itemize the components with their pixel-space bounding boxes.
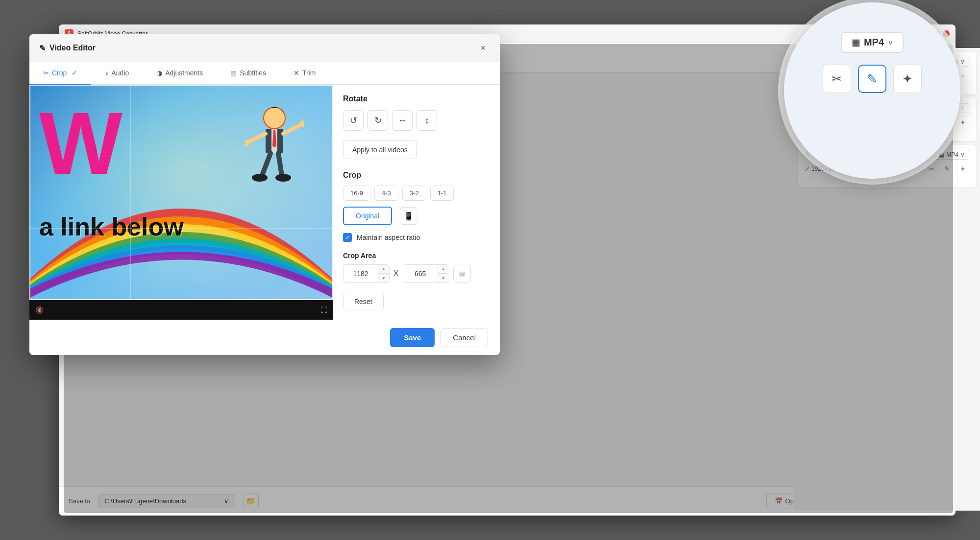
crop-width-spinners: ▲ ▼ xyxy=(378,265,389,282)
crop-tab-label: Crop xyxy=(52,69,67,77)
maintain-ratio-row: ✓ Maintain aspect ratio xyxy=(343,233,490,242)
chevron-icon: ∨ xyxy=(960,58,965,65)
fullscreen-icon[interactable]: ⛶ xyxy=(320,306,327,314)
original-button[interactable]: Original xyxy=(343,207,392,225)
video-background: W a link below xyxy=(29,85,333,300)
crop-height-input[interactable] xyxy=(403,266,438,282)
crop-tab-icon: ✂ xyxy=(43,69,49,77)
flip-vertical-button[interactable]: ↕ xyxy=(416,110,437,131)
apply-to-all-button[interactable]: Apply to all videos xyxy=(343,141,417,159)
crop-height-input-wrap: ▲ ▼ xyxy=(403,264,449,283)
rotate-controls: ↺ ↻ ↔ ↕ xyxy=(343,110,490,131)
mobile-portrait-button[interactable]: 📱 xyxy=(400,207,417,225)
magnifier-circle: ▦ MP4 ∨ ✂ ✎ ✦ xyxy=(784,2,960,179)
audio-tab-icon: ♪ xyxy=(105,69,108,77)
format-chevron-icon: ∨ xyxy=(888,39,893,47)
rotate-left-button[interactable]: ↺ xyxy=(343,110,364,131)
close-button[interactable] xyxy=(943,30,950,37)
edit-pencil-icon: ✎ xyxy=(39,44,46,53)
tab-audio[interactable]: ♪ Audio xyxy=(91,62,143,85)
character-figure xyxy=(245,104,304,183)
wand-action-button[interactable]: ✦ xyxy=(893,65,922,93)
swap-dimensions-button[interactable]: ⊞ xyxy=(453,265,471,282)
film-grid-icon: ▦ xyxy=(852,37,860,48)
modal-footer: Save Cancel xyxy=(29,320,500,355)
wand-button[interactable]: ✦ xyxy=(956,116,969,129)
tab-adjustments[interactable]: ◑ Adjustments xyxy=(143,62,217,85)
svg-line-9 xyxy=(262,153,270,175)
crop-area-title: Crop Area xyxy=(343,252,490,259)
wand-button[interactable]: ✦ xyxy=(956,163,969,175)
crop-width-input[interactable] xyxy=(343,266,378,282)
magnifier-inner: ▦ MP4 ∨ ✂ ✎ ✦ xyxy=(784,2,960,179)
subtitles-tab-label: Subtitles xyxy=(240,69,266,77)
crop-section-title: Crop xyxy=(343,171,490,180)
trim-tab-icon: ✕ xyxy=(294,69,299,77)
cut-action-button[interactable]: ✂ xyxy=(823,65,851,93)
magnifier-actions: ✂ ✎ ✦ xyxy=(823,65,922,93)
height-decrement-button[interactable]: ▼ xyxy=(438,274,449,282)
video-preview-inner: W a link below xyxy=(29,85,333,300)
width-decrement-button[interactable]: ▼ xyxy=(378,274,389,282)
crop-ratios: 16-9 4-3 3-2 1-1 xyxy=(343,186,490,201)
modal-body: W a link below xyxy=(29,85,500,320)
ratio-1-1-button[interactable]: 1-1 xyxy=(430,186,454,201)
svg-point-12 xyxy=(275,174,291,182)
ratio-3-2-button[interactable]: 3-2 xyxy=(402,186,426,201)
chevron-icon: ∨ xyxy=(960,105,965,112)
svg-line-10 xyxy=(278,153,282,175)
height-increment-button[interactable]: ▲ xyxy=(438,265,449,274)
video-preview: W a link below xyxy=(29,85,333,320)
tab-subtitles[interactable]: ▤ Subtitles xyxy=(217,62,280,85)
subtitles-tab-icon: ▤ xyxy=(230,69,237,77)
chevron-icon: ∨ xyxy=(960,151,965,158)
adjustments-tab-label: Adjustments xyxy=(165,69,203,77)
edit-action-button[interactable]: ✎ xyxy=(858,65,886,93)
modal-tabs: ✂ Crop ✓ ♪ Audio ◑ Adjustments ▤ Subtitl… xyxy=(29,62,500,85)
reset-button[interactable]: Reset xyxy=(343,293,384,310)
tab-crop[interactable]: ✂ Crop ✓ xyxy=(29,62,91,85)
cancel-button[interactable]: Cancel xyxy=(441,328,488,347)
tab-trim[interactable]: ✕ Trim xyxy=(280,62,329,85)
mute-icon[interactable]: 🔇 xyxy=(35,306,44,314)
crop-panel: Rotate ↺ ↻ ↔ ↕ Apply to all videos Crop … xyxy=(333,85,500,320)
rotate-section-title: Rotate xyxy=(343,94,490,103)
ratio-16-9-button[interactable]: 16-9 xyxy=(343,186,370,201)
flip-horizontal-button[interactable]: ↔ xyxy=(392,110,413,131)
mp4-format-badge[interactable]: ▦ MP4 ∨ xyxy=(841,32,904,53)
video-editor-modal: ✎ Video Editor × ✂ Crop ✓ ♪ Audio ◑ Adju… xyxy=(29,34,500,355)
crop-height-spinners: ▲ ▼ xyxy=(438,265,449,282)
crop-inputs-row: ▲ ▼ X ▲ ▼ ⊞ xyxy=(343,264,490,283)
maintain-ratio-label: Maintain aspect ratio xyxy=(357,234,420,241)
modal-title: ✎ Video Editor xyxy=(39,44,96,53)
crop-check-icon: ✓ xyxy=(72,69,77,77)
svg-point-1 xyxy=(264,107,285,129)
original-mobile-row: Original 📱 xyxy=(343,207,490,225)
maintain-ratio-checkbox[interactable]: ✓ xyxy=(343,233,352,242)
adjustments-tab-icon: ◑ xyxy=(156,69,162,77)
x-separator: X xyxy=(393,269,399,278)
save-button[interactable]: Save xyxy=(390,328,435,347)
trim-tab-label: Trim xyxy=(302,69,316,77)
big-w-text: W xyxy=(39,99,122,188)
modal-close-button[interactable]: × xyxy=(476,41,490,55)
video-controls: 🔇 ⛶ xyxy=(29,300,333,320)
ratio-4-3-button[interactable]: 4-3 xyxy=(374,186,398,201)
rotate-right-button[interactable]: ↻ xyxy=(368,110,388,131)
crop-width-input-wrap: ▲ ▼ xyxy=(343,264,390,283)
mp4-label: MP4 xyxy=(864,37,884,48)
link-below-text: a link below xyxy=(39,212,184,241)
modal-header: ✎ Video Editor × xyxy=(29,34,500,62)
width-increment-button[interactable]: ▲ xyxy=(378,265,389,274)
audio-tab-label: Audio xyxy=(111,69,129,77)
svg-point-11 xyxy=(252,174,268,182)
